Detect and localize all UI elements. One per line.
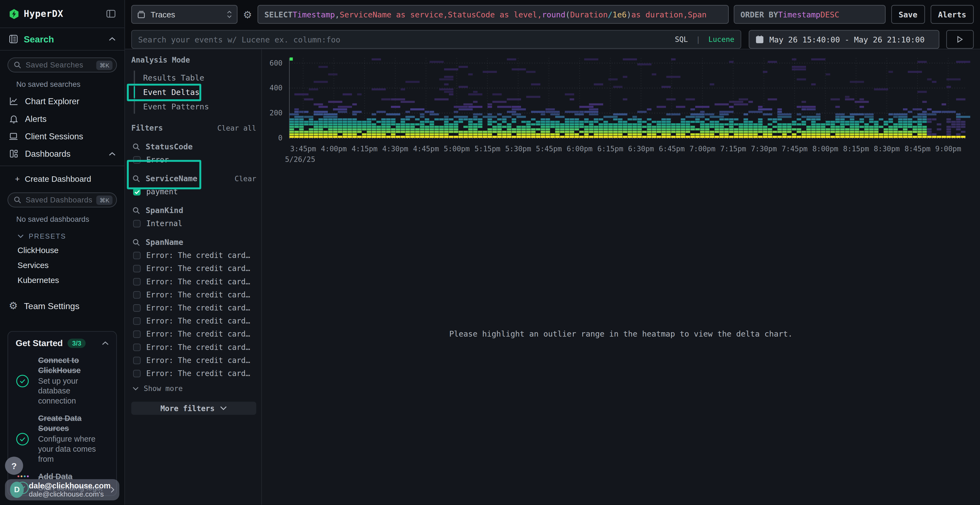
sidebar-item-dashboards[interactable]: Dashboards [0,145,124,162]
checkbox-checked[interactable] [133,188,141,195]
mode-separator: | [696,35,700,44]
filter-option[interactable]: payment [131,187,256,196]
shortcut-badge: ⌘K [96,60,113,70]
filter-option[interactable]: Error: The credit card … [131,330,256,338]
analysis-mode-label: Analysis Mode [131,56,256,64]
sidebar-item-client-sessions[interactable]: Client Sessions [0,127,124,145]
filter-option-label: Error [146,156,169,164]
checkbox-unchecked[interactable] [133,220,141,227]
x-axis-tick: 8:45pm [905,145,931,153]
clear-all-link[interactable]: Clear all [217,124,256,132]
filter-group-spanname: SpanName Error: The credit card …Error: … [131,237,256,378]
sidebar-collapse-icon[interactable] [106,9,115,18]
checkbox-unchecked[interactable] [133,304,141,312]
save-button[interactable]: Save [891,5,925,24]
create-dashboard-button[interactable]: + Create Dashboard [15,175,124,184]
filter-option[interactable]: Error: The credit card … [131,277,256,286]
filter-option[interactable]: Error: The credit card … [131,264,256,273]
x-axis-tick: 6:30pm [628,145,654,153]
filter-option[interactable]: Error: The credit card … [131,251,256,260]
filter-option[interactable]: Error: The credit card … [131,369,256,378]
x-axis-tick: 3:45pm [290,145,316,153]
sidebar-item-search[interactable]: Search [0,27,124,51]
checkbox-unchecked[interactable] [133,278,141,286]
checkbox-unchecked[interactable] [133,370,141,377]
checkbox-unchecked[interactable] [133,252,141,259]
checkbox-unchecked[interactable] [133,265,141,272]
get-started-item[interactable]: Connect to ClickHouse Set up your databa… [16,356,109,406]
source-select[interactable]: Traces [131,5,237,24]
mode-sql[interactable]: SQL [675,35,688,44]
preset-clickhouse[interactable]: ClickHouse [18,245,124,255]
show-more-link[interactable]: Show more [132,384,256,393]
tab-results-table[interactable]: Results Table [135,70,256,85]
get-started-progress-badge: 3/3 [68,338,86,348]
order-by-input[interactable]: ORDER BY Timestamp DESC [733,5,886,24]
shortcut-badge: ⌘K [96,195,113,204]
select-updown-icon [227,11,232,18]
filter-option[interactable]: Error: The credit card … [131,291,256,299]
x-axis-tick: 7:15pm [720,145,746,153]
filter-group-header[interactable]: SpanName [131,237,256,246]
live-tail-button[interactable] [946,30,974,49]
checkbox-unchecked[interactable] [133,357,141,364]
saved-dashboards-input[interactable]: Saved Dashboards ⌘K [8,192,117,207]
tab-event-deltas[interactable]: Event Deltas [135,85,256,99]
chevron-up-icon[interactable] [102,341,109,345]
filter-option[interactable]: Error [131,156,256,164]
query-language-toggle: SQL | Lucene [675,35,734,44]
filter-group-header[interactable]: ServiceName Clear [131,173,256,183]
team-settings-button[interactable]: ⚙ Team Settings [9,301,124,311]
filter-group-statuscode: StatusCode Error [131,142,256,164]
nav-label: Alerts [25,114,116,123]
filter-option-label: Error: The credit card … [146,277,251,286]
checkbox-unchecked[interactable] [133,344,141,351]
filter-option[interactable]: Error: The credit card … [131,356,256,365]
check-circle-icon [16,414,29,464]
user-org: dale@clickhouse.com's [29,490,111,499]
x-axis-tick: 7:45pm [781,145,807,153]
chevron-up-icon[interactable] [109,152,115,156]
checkbox-unchecked[interactable] [133,330,141,338]
confetti-icon [18,476,29,478]
filter-option[interactable]: Error: The credit card … [131,343,256,351]
filter-option[interactable]: Error: The credit card … [131,317,256,326]
saved-searches-input[interactable]: Saved Searches ⌘K [8,57,117,72]
chart-explorer-icon [9,97,18,106]
code-token: ( [565,10,570,19]
search-input[interactable]: Search your events w/ Lucene ex. column:… [131,30,741,49]
filter-option[interactable]: Error: The credit card … [131,304,256,312]
presets-toggle[interactable]: PRESETS [18,232,124,240]
mode-lucene[interactable]: Lucene [708,35,734,44]
clear-link[interactable]: Clear [235,174,256,183]
duration-heatmap[interactable]: 60040020003:45pm4:00pm4:15pm4:30pm4:45pm… [262,49,980,174]
search-placeholder: Search your events w/ Lucene ex. column:… [138,35,675,44]
sidebar-item-chart-explorer[interactable]: Chart Explorer [0,92,124,110]
more-filters-label: More filters [160,404,215,413]
code-token: , [683,10,687,19]
filter-option[interactable]: Internal [131,219,256,228]
tab-event-patterns[interactable]: Event Patterns [135,99,256,114]
alerts-button[interactable]: Alerts [931,5,974,24]
checkbox-unchecked[interactable] [133,156,141,164]
preset-kubernetes[interactable]: Kubernetes [18,275,124,284]
x-axis-tick: 9:00pm [935,145,961,153]
filter-option-label: Error: The credit card … [146,251,251,260]
date-range-picker[interactable]: May 26 15:40:00 - May 26 21:10:00 [749,30,939,49]
filter-group-header[interactable]: StatusCode [131,142,256,151]
chevron-up-icon[interactable] [109,37,115,41]
select-clause-input[interactable]: SELECT Timestamp, ServiceName as service… [258,5,729,24]
filter-group-header[interactable]: SpanKind [131,205,256,215]
checkbox-unchecked[interactable] [133,291,141,299]
code-token: , [443,10,448,19]
more-filters-button[interactable]: More filters [131,402,256,414]
create-dashboard-label: Create Dashboard [25,175,91,184]
checkbox-unchecked[interactable] [133,317,141,325]
x-axis-tick: 8:15pm [843,145,869,153]
task-title: Create Data Sources [38,414,109,434]
source-settings-gear-icon[interactable]: ⚙ [239,5,256,24]
user-menu[interactable]: D dale@clickhouse.com dale@clickhouse.co… [5,480,119,501]
preset-services[interactable]: Services [18,260,124,270]
sidebar-item-alerts[interactable]: Alerts [0,110,124,127]
get-started-item[interactable]: Create Data Sources Configure where your… [16,414,109,464]
